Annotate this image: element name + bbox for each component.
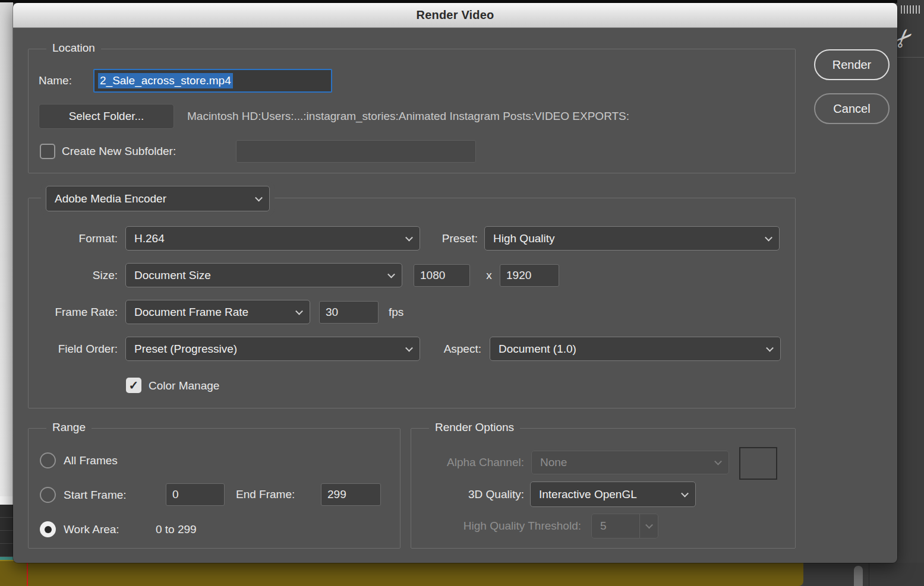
tick [916,5,917,14]
create-subfolder-checkbox[interactable] [40,144,55,159]
work-area-radio[interactable] [40,521,56,537]
encoder-engine-select[interactable]: Adobe Media Encoder [46,186,270,211]
width-input[interactable]: 1080 [414,264,470,287]
dimensions-times-label: x [480,264,498,287]
alpha-channel-value: None [540,456,567,469]
frame-rate-value: Document Frame Rate [134,306,248,319]
aspect-select[interactable]: Document (1.0) [490,337,781,361]
size-select[interactable]: Document Size [125,263,402,287]
field-order-label: Field Order: [31,337,118,361]
format-value: H.264 [134,232,165,245]
layers-panel-rows [0,505,13,557]
frame-rate-select[interactable]: Document Frame Rate [125,300,310,324]
timeline-right-panel [803,563,924,586]
radio-dot-icon [45,526,52,533]
tick [910,5,911,14]
tick [907,5,908,14]
alpha-channel-label: Alpha Channel: [393,451,524,474]
field-order-value: Preset (Progressive) [134,343,237,356]
name-input[interactable]: 2_Sale_across_store.mp4 [93,69,332,93]
end-frame-label: End Frame: [236,483,295,506]
fps-input[interactable]: 30 [319,301,379,324]
chevron-down-icon [295,307,303,315]
dialog-title: Render Video [417,8,494,22]
name-label: Name: [39,69,72,93]
size-value: Document Size [134,269,211,282]
preset-select[interactable]: High Quality [484,226,780,251]
fps-unit-label: fps [389,301,403,324]
threshold-stepper [639,514,658,538]
aspect-value: Document (1.0) [499,343,576,356]
chevron-down-icon [681,489,689,497]
range-legend: Range [46,421,92,434]
chevron-down-icon [714,458,722,465]
timeline-clip-bar [0,560,803,586]
right-panel-background [897,0,924,586]
all-frames-radio[interactable] [40,452,56,468]
alpha-channel-select: None [531,451,729,474]
chevron-down-icon [765,233,772,241]
color-manage-label: Color Manage [149,378,219,394]
work-area-label: Work Area: [64,521,119,537]
output-path: Macintosh HD:Users:...:instagram_stories… [187,104,629,129]
chevron-down-icon [255,194,263,201]
panel-divider [897,57,924,58]
start-frame-input[interactable]: 0 [166,483,225,506]
threshold-combo: 5 [591,514,658,539]
render-video-dialog: Render Video Location Name: 2_Sale_acros… [13,3,897,563]
color-manage-checkbox[interactable]: ✓ [126,378,141,393]
alpha-color-swatch [739,447,777,480]
chevron-down-icon [387,270,395,278]
check-icon: ✓ [129,378,139,392]
preset-value: High Quality [493,232,555,245]
render-options-legend: Render Options [429,421,520,434]
size-label: Size: [31,263,118,287]
threshold-value: 5 [600,520,607,533]
start-frame-label: Start Frame: [64,487,127,503]
left-panel-background [0,2,13,496]
tick [901,5,902,14]
chevron-down-icon [645,521,653,529]
chevron-down-icon [405,233,413,241]
chevron-down-icon [405,344,413,351]
left-panel-highlight [0,496,13,505]
photoshop-screen: ✂ Render Video Location Name: 2_Sale_acr… [0,0,924,586]
height-input[interactable]: 1920 [500,264,559,287]
quality-3d-select[interactable]: Interactive OpenGL [530,482,696,507]
subfolder-input[interactable] [236,140,476,163]
cancel-button[interactable]: Cancel [814,93,890,124]
tick [913,5,914,14]
playhead-line [27,561,28,586]
name-value-selected: 2_Sale_across_store.mp4 [98,73,233,88]
tick [904,5,905,14]
panel-divider-vertical [869,563,869,586]
location-legend: Location [46,42,101,55]
encoder-engine-value: Adobe Media Encoder [55,192,166,205]
dialog-titlebar[interactable]: Render Video [13,3,897,28]
start-frame-radio[interactable] [40,487,56,503]
select-folder-button[interactable]: Select Folder... [39,104,174,129]
end-frame-input[interactable]: 299 [321,483,381,506]
chevron-down-icon [766,344,774,351]
all-frames-label: All Frames [64,452,118,468]
quality-3d-value: Interactive OpenGL [539,488,637,501]
format-select[interactable]: H.264 [125,226,420,251]
aspect-label: Aspect: [423,337,481,361]
quality-3d-label: 3D Quality: [393,482,524,507]
format-label: Format: [31,226,118,251]
threshold-label: High Quality Threshold: [346,514,581,539]
create-subfolder-label: Create New Subfolder: [62,140,176,163]
scrollbar-thumb[interactable] [854,566,863,586]
preset-label: Preset: [423,226,478,251]
render-button[interactable]: Render [814,49,890,80]
work-area-range-value: 0 to 299 [156,521,197,537]
field-order-select[interactable]: Preset (Progressive) [125,337,420,361]
frame-rate-label: Frame Rate: [31,300,118,324]
tick [919,5,920,14]
ruler-ticks [901,5,920,14]
